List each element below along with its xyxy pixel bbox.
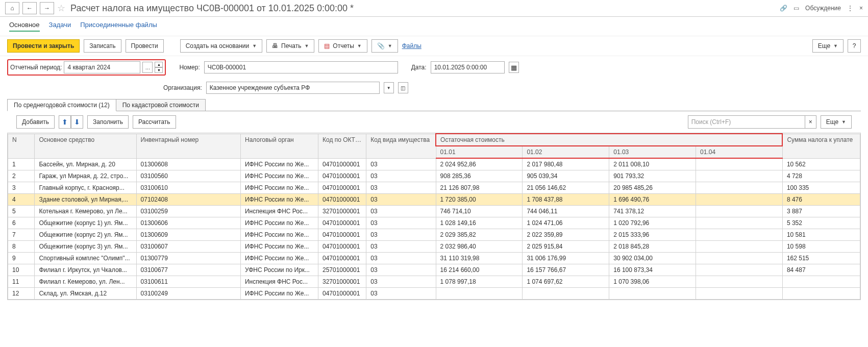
sub-more-button[interactable]: Еще▼ [821,115,852,129]
table-cell[interactable]: 21 126 807,98 [436,182,523,194]
table-cell[interactable] [696,253,783,264]
discussion-label[interactable]: Обсуждение [805,5,841,12]
table-cell[interactable]: 03 [366,182,436,194]
table-cell[interactable] [696,206,783,217]
stepper-down[interactable]: ▼ [155,67,163,73]
table-cell[interactable]: Здание столовой, ул Мирная,... [35,194,136,206]
table-row[interactable]: 1Бассейн, ул. Мирная, д. 2001300608ИФНС … [8,158,860,170]
table-cell[interactable]: 1 070 398,06 [609,276,696,288]
number-input[interactable]: ЧС0В-000001 [204,61,398,73]
period-select-button[interactable]: … [142,62,153,73]
table-cell[interactable]: 04701000001 [318,182,366,194]
table-cell[interactable]: 84 487 [782,264,860,276]
table-cell[interactable]: 8 [8,241,35,253]
table-cell[interactable]: 03 [366,170,436,182]
table-cell[interactable] [696,276,783,288]
table-cell[interactable]: 1 708 437,88 [523,194,609,206]
table-cell[interactable]: 905 039,34 [523,170,609,182]
table-cell[interactable]: ИФНС России по Же... [240,182,318,194]
col-n[interactable]: N [8,134,35,158]
table-cell[interactable]: 10 581 [782,229,860,241]
help-button[interactable]: ? [848,39,861,53]
table-cell[interactable]: ИФНС России по Же... [240,217,318,229]
col-asset[interactable]: Основное средство [35,134,136,158]
table-cell[interactable] [696,217,783,229]
table-cell[interactable]: Филиал г. Кемерово, ул. Лен... [35,276,136,288]
attach-button[interactable]: 📎▼ [371,39,398,53]
table-cell[interactable]: ИФНС России по Же... [240,241,318,253]
table-cell[interactable] [782,288,860,300]
table-cell[interactable]: 2 017 980,48 [523,158,609,170]
table-cell[interactable]: 10 [8,264,35,276]
table-cell[interactable]: ИФНС России по Же... [240,253,318,264]
col-residual-group[interactable]: Остаточная стоимость [436,134,782,146]
write-button[interactable]: Записать [84,39,121,53]
table-row[interactable]: 2Гараж, ул Мирная, д. 22, стро...0310056… [8,170,860,182]
table-cell[interactable]: 12 [8,288,35,300]
table-cell[interactable]: 908 285,36 [436,170,523,182]
table-cell[interactable]: 6 [8,217,35,229]
search-input[interactable]: Поиск (Ctrl+F) [688,115,805,129]
table-cell[interactable]: 3 887 [782,206,860,217]
more-button[interactable]: Еще▼ [812,39,844,53]
table-row[interactable]: 10Филиал г. Иркутск, ул Чкалов...0310067… [8,264,860,276]
col-inv[interactable]: Инвентарный номер [136,134,240,158]
table-cell[interactable] [609,288,696,300]
date-input[interactable]: 10.01.2025 0:00:00 [431,61,505,73]
link-icon[interactable]: 🔗 [780,5,787,12]
org-input[interactable]: Казенное учреждение субъекта РФ [206,82,380,94]
close-icon[interactable]: × [859,5,863,12]
table-cell[interactable]: 03100677 [136,264,240,276]
table-cell[interactable]: 8 476 [782,194,860,206]
table-cell[interactable]: ИФНС России по Же... [240,194,318,206]
table-cell[interactable]: 04701000001 [318,229,366,241]
post-button[interactable]: Провести [126,39,164,53]
table-cell[interactable]: Главный корпус, г. Краснояр... [35,182,136,194]
post-and-close-button[interactable]: Провести и закрыть [7,39,80,53]
table-cell[interactable]: 7 [8,229,35,241]
org-dropdown-button[interactable]: ▼ [384,82,394,93]
table-cell[interactable]: 03 [366,158,436,170]
table-cell[interactable]: 2 024 952,86 [436,158,523,170]
table-cell[interactable]: 04701000001 [318,158,366,170]
table-cell[interactable]: 04701000001 [318,241,366,253]
table-cell[interactable]: 4 [8,194,35,206]
table-cell[interactable]: 03 [366,194,436,206]
table-cell[interactable]: 04701000001 [318,170,366,182]
table-row[interactable]: 3Главный корпус, г. Краснояр...03100610И… [8,182,860,194]
col-kind[interactable]: Код вида имущества [366,134,436,158]
move-down-button[interactable]: ⬇ [71,115,83,129]
table-cell[interactable]: 03100611 [136,276,240,288]
table-cell[interactable]: 03 [366,206,436,217]
table-cell[interactable]: 746 714,10 [436,206,523,217]
table-cell[interactable] [696,158,783,170]
table-cell[interactable] [436,288,523,300]
col-d03[interactable]: 01.03 [609,146,696,158]
table-cell[interactable] [696,182,783,194]
table-cell[interactable]: 01300608 [136,158,240,170]
table-cell[interactable]: 1 720 385,00 [436,194,523,206]
table-row[interactable]: 8Общежитие (корпус 3) ул. Ям...03100607И… [8,241,860,253]
table-cell[interactable]: 25701000001 [318,264,366,276]
table-cell[interactable] [782,276,860,288]
table-cell[interactable]: 10 562 [782,158,860,170]
table-cell[interactable]: Инспекция ФНС Рос... [240,276,318,288]
table-cell[interactable]: Склад, ул. Ямская, д.12 [35,288,136,300]
table-cell[interactable]: ИФНС России по Же... [240,229,318,241]
home-button[interactable]: ⌂ [5,2,19,14]
create-based-button[interactable]: Создать на основании▼ [180,39,262,53]
fill-button[interactable]: Заполнить [87,115,129,129]
table-cell[interactable]: Филиал г. Иркутск, ул Чкалов... [35,264,136,276]
table-cell[interactable]: ИФНС России по Же... [240,158,318,170]
table-cell[interactable] [523,288,609,300]
table-cell[interactable]: 4 728 [782,170,860,182]
table-cell[interactable]: 31 110 319,98 [436,253,523,264]
table-row[interactable]: 6Общежитие (корпус 1) ул. Ям...01300606И… [8,217,860,229]
table-cell[interactable]: 04701000001 [318,253,366,264]
back-button[interactable]: ← [22,2,37,14]
date-picker-button[interactable]: ▦ [509,62,519,73]
print-button[interactable]: 🖶Печать▼ [266,39,314,53]
table-cell[interactable]: Бассейн, ул. Мирная, д. 20 [35,158,136,170]
table-cell[interactable]: 2 [8,170,35,182]
table-cell[interactable]: 100 335 [782,182,860,194]
